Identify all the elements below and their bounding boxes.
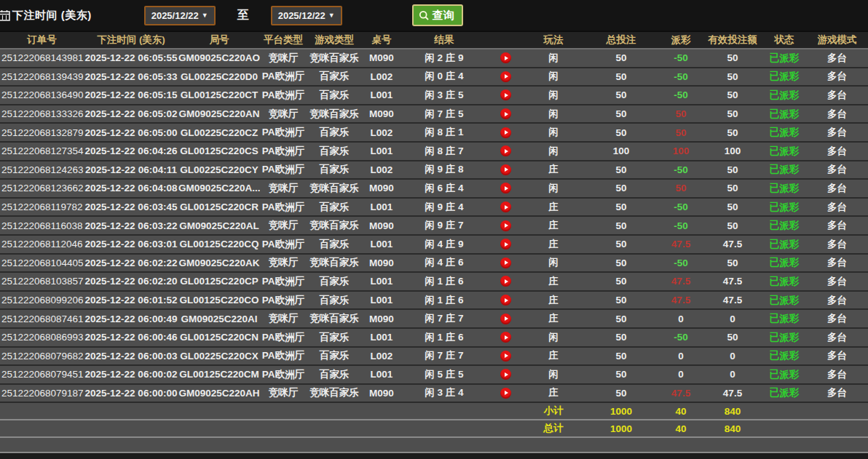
play-icon[interactable] (500, 351, 511, 362)
cell-game-type: 百家乐 (307, 368, 362, 381)
cell-table-no: M090 (362, 258, 401, 268)
cell-game-mode: 多台 (806, 386, 868, 399)
cell-payout: 0 (659, 351, 703, 362)
play-icon[interactable] (500, 239, 511, 250)
cell-round-id: GL00125C220CR (178, 201, 260, 212)
cell-order-id: 251222068127354 (0, 145, 84, 156)
cell-replay (487, 52, 524, 63)
cell-order-id: 251222068079451 (0, 369, 84, 380)
play-icon[interactable] (500, 164, 511, 175)
column-header-bet-time: 下注时间 (美东) (84, 33, 178, 47)
table-row: 251222068133326 2025-12-22 06:05:02 GM09… (0, 105, 868, 124)
play-icon[interactable] (500, 108, 511, 119)
cell-bet-time: 2025-12-22 06:00:03 (84, 351, 178, 362)
play-icon[interactable] (500, 276, 511, 287)
cell-valid-bet: 50 (703, 108, 762, 119)
cell-result: 闲 7 庄 5 (401, 108, 487, 121)
cell-order-id: 251222068139439 (0, 71, 84, 82)
cell-platform: PA欧洲厅 (260, 145, 307, 158)
cell-replay (487, 239, 524, 250)
summary-row: 小计 1000 40 840 (0, 403, 868, 420)
play-triangle (505, 298, 508, 303)
play-icon[interactable] (500, 183, 511, 193)
play-icon[interactable] (500, 145, 511, 156)
play-icon[interactable] (500, 89, 511, 100)
table-row: 251222068123662 2025-12-22 06:04:08 GM09… (0, 180, 868, 199)
cell-replay (487, 295, 524, 306)
cell-table-no: L001 (362, 332, 401, 343)
cell-replay (487, 314, 524, 324)
cell-status: 已派彩 (762, 163, 806, 176)
play-icon[interactable] (500, 369, 511, 380)
cell-valid-bet: 50 (703, 201, 762, 212)
table-row: 251222068127354 2025-12-22 06:04:26 GL00… (0, 143, 868, 161)
play-icon[interactable] (500, 314, 511, 324)
table-row: 251222068086993 2025-12-22 06:00:46 GL00… (0, 329, 868, 348)
cell-result: 闲 7 庄 7 (401, 312, 487, 325)
cell-payout: 50 (659, 183, 703, 193)
summary-label: 小计 (524, 404, 583, 418)
play-icon[interactable] (500, 52, 511, 63)
cell-replay (487, 127, 524, 138)
table-row: 251222068124263 2025-12-22 06:04:11 GL00… (0, 161, 868, 180)
table-row: 251222068104405 2025-12-22 06:02:22 GM09… (0, 255, 868, 274)
play-triangle (505, 260, 508, 265)
query-button[interactable]: 查询 (412, 4, 463, 26)
play-icon[interactable] (500, 258, 511, 268)
play-icon[interactable] (500, 127, 511, 138)
summary-payout: 40 (659, 406, 703, 417)
cell-result: 闲 4 庄 6 (401, 256, 487, 269)
play-icon[interactable] (500, 71, 511, 82)
cell-game-mode: 多台 (806, 275, 868, 288)
play-icon[interactable] (500, 201, 511, 212)
cell-game-mode: 多台 (806, 163, 868, 176)
cell-order-id: 251222068123662 (0, 183, 84, 193)
cell-game-type: 百家乐 (307, 145, 362, 158)
cell-game-type: 百家乐 (307, 201, 362, 214)
cell-platform: PA欧洲厅 (260, 238, 307, 251)
cell-replay (487, 183, 524, 193)
cell-status: 已派彩 (762, 89, 806, 102)
column-header-order-id: 订单号 (0, 33, 84, 47)
table-body: 251222068143981 2025-12-22 06:05:55 GM09… (0, 49, 868, 403)
cell-round-id: GL00125C220CP (178, 276, 260, 287)
cell-bet-on: 庄 (524, 219, 583, 232)
cell-bet-on: 闲 (524, 89, 583, 102)
cell-order-id: 251222068104405 (0, 258, 84, 268)
cell-replay (487, 201, 524, 212)
cell-game-type: 百家乐 (307, 294, 362, 307)
cell-total-bet: 50 (583, 258, 659, 268)
cell-total-bet: 50 (583, 127, 659, 138)
cell-payout: -50 (659, 164, 703, 175)
cell-order-id: 251222068079682 (0, 351, 84, 362)
cell-game-type: 百家乐 (307, 349, 362, 362)
cell-replay (487, 220, 524, 231)
cell-round-id: GL00125C220CS (178, 145, 260, 156)
cell-bet-time: 2025-12-22 06:05:00 (84, 127, 178, 138)
cell-game-mode: 多台 (806, 294, 868, 307)
cell-round-id: GM09025C220AN (178, 108, 260, 119)
cell-round-id: GL00225C220D0 (178, 71, 260, 82)
cell-bet-time: 2025-12-22 06:02:20 (84, 276, 178, 287)
to-label: 至 (237, 8, 249, 23)
play-icon[interactable] (500, 332, 511, 343)
play-icon[interactable] (500, 388, 511, 399)
cell-bet-on: 庄 (524, 312, 583, 325)
cell-bet-time: 2025-12-22 06:05:02 (84, 108, 178, 119)
cell-valid-bet: 100 (703, 145, 762, 156)
bet-time-label: 下注时间 (美东) (12, 9, 92, 23)
cell-bet-on: 闲 (524, 70, 583, 83)
cell-game-mode: 多台 (806, 70, 868, 83)
cell-bet-on: 闲 (524, 108, 583, 121)
cell-game-mode: 多台 (806, 126, 868, 139)
cell-replay (487, 71, 524, 82)
cell-valid-bet: 47.5 (703, 388, 762, 399)
table-row: 251222068112046 2025-12-22 06:03:01 GL00… (0, 236, 868, 255)
date-from-select[interactable]: 2025/12/22 ▼ (144, 6, 216, 25)
play-icon[interactable] (500, 295, 511, 306)
date-to-select[interactable]: 2025/12/22 ▼ (271, 6, 342, 25)
play-icon[interactable] (500, 220, 511, 231)
cell-status: 已派彩 (762, 238, 806, 251)
play-triangle (505, 186, 508, 191)
cell-status: 已派彩 (762, 386, 806, 399)
